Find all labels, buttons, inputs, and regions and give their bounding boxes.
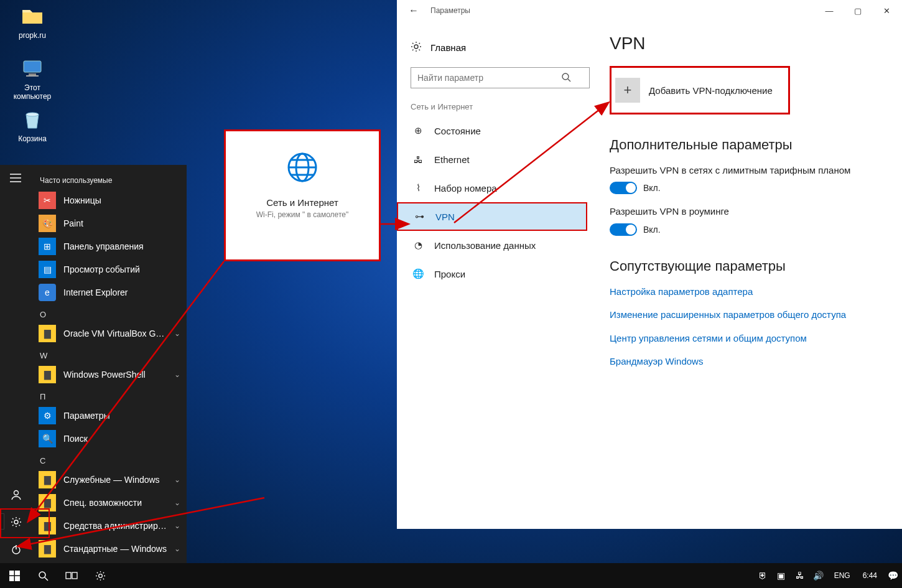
toggle-metered-state: Вкл. bbox=[643, 183, 661, 193]
settings-tooltip: Параметры bbox=[0, 513, 4, 530]
nav-proxy[interactable]: 🌐 Прокси bbox=[411, 259, 603, 288]
start-item-settings[interactable]: ⚙ Параметры bbox=[32, 404, 187, 427]
add-vpn-button[interactable]: + Добавить VPN-подключение bbox=[615, 78, 782, 103]
palette-icon: 🎨 bbox=[39, 215, 56, 232]
rail-user-button[interactable] bbox=[0, 481, 32, 508]
link-firewall[interactable]: Брандмауэр Windows bbox=[610, 355, 883, 368]
svg-point-4 bbox=[14, 491, 19, 495]
search-icon: 🔍 bbox=[39, 430, 56, 447]
desktop-icon-recyclebin[interactable]: Корзина bbox=[7, 107, 57, 143]
sidebar-home-label: Главная bbox=[430, 42, 466, 53]
start-app-list[interactable]: Часто используемые ✂ Ножницы 🎨 Paint ⊞ П… bbox=[32, 165, 187, 563]
option-roaming-label: Разрешить VPN в роуминге bbox=[610, 205, 883, 218]
close-button[interactable]: ✕ bbox=[872, 0, 901, 21]
tray-defender-icon[interactable]: ⛨ bbox=[756, 563, 769, 588]
start-letter-p[interactable]: П bbox=[32, 386, 187, 404]
back-button[interactable]: ← bbox=[406, 5, 422, 16]
tray-network-icon[interactable]: 🖧 bbox=[793, 563, 807, 588]
desktop-icon-label: Корзина bbox=[7, 134, 57, 143]
callout-network-tile[interactable]: Сеть и Интернет Wi-Fi, режим " в самолет… bbox=[224, 129, 381, 261]
page-title: VPN bbox=[610, 34, 883, 54]
taskbar-search-button[interactable] bbox=[29, 563, 57, 588]
tray-volume-icon[interactable]: 🔊 bbox=[812, 563, 825, 588]
toggle-metered[interactable] bbox=[610, 182, 637, 194]
nav-ethernet[interactable]: 🖧 Ethernet bbox=[411, 145, 603, 174]
recycle-bin-icon bbox=[20, 107, 45, 132]
start-item-oracle[interactable]: ▇ Oracle VM VirtualBox Guest A... ⌄ bbox=[32, 322, 187, 345]
start-letter-w[interactable]: W bbox=[32, 345, 187, 363]
ie-icon: e bbox=[39, 284, 56, 301]
start-letter-s[interactable]: С bbox=[32, 450, 187, 468]
toggle-roaming[interactable] bbox=[610, 223, 637, 236]
start-item-search[interactable]: 🔍 Поиск bbox=[32, 427, 187, 450]
tray-vbox-icon[interactable]: ▣ bbox=[774, 563, 788, 588]
start-item-ie[interactable]: e Internet Explorer bbox=[32, 281, 187, 304]
start-letter-o[interactable]: O bbox=[32, 304, 187, 322]
desktop-icon-thispc[interactable]: Этот компьютер bbox=[7, 56, 57, 101]
scissors-icon: ✂ bbox=[39, 192, 56, 209]
svg-rect-18 bbox=[15, 576, 20, 581]
tray-language[interactable]: ENG bbox=[830, 571, 854, 580]
start-button[interactable] bbox=[0, 563, 29, 588]
titlebar: ← Параметры — ▢ ✕ bbox=[397, 0, 902, 21]
svg-point-10 bbox=[562, 73, 569, 80]
advanced-heading: Дополнительные параметры bbox=[610, 137, 883, 153]
svg-point-19 bbox=[39, 572, 45, 578]
rail-power-button[interactable] bbox=[0, 536, 32, 563]
start-item-controlpanel[interactable]: ⊞ Панель управления bbox=[32, 235, 187, 258]
start-item-services[interactable]: ▇ Служебные — Windows ⌄ bbox=[32, 468, 187, 491]
gear-icon: ⚙ bbox=[39, 407, 56, 424]
desktop-icon-label: propk.ru bbox=[7, 31, 57, 40]
nav-datausage[interactable]: ◔ Использование данных bbox=[411, 231, 603, 259]
start-item-standard[interactable]: ▇ Стандартные — Windows ⌄ bbox=[32, 537, 187, 560]
taskview-button[interactable] bbox=[57, 563, 86, 588]
link-networkcenter[interactable]: Центр управления сетями и общим доступом bbox=[610, 332, 883, 345]
globe-icon bbox=[285, 150, 320, 185]
option-metered-label: Разрешить VPN в сетях с лимитным тарифны… bbox=[610, 164, 883, 177]
svg-point-5 bbox=[14, 520, 18, 524]
folder-icon bbox=[20, 4, 45, 29]
start-menu: Параметры Часто используемые ✂ Ножницы 🎨… bbox=[0, 165, 187, 563]
nav-status[interactable]: ⊕ Состояние bbox=[411, 116, 603, 145]
nav-vpn[interactable]: ⊶ VPN bbox=[397, 202, 587, 231]
rail-expand-button[interactable] bbox=[0, 165, 32, 194]
status-icon: ⊕ bbox=[412, 125, 424, 136]
start-item-snipping[interactable]: ✂ Ножницы bbox=[32, 189, 187, 212]
settings-sidebar: Главная Сеть и Интернет ⊕ Состояние 🖧 Et… bbox=[397, 34, 603, 368]
window-title: Параметры bbox=[430, 6, 815, 15]
desktop-icon-propk[interactable]: propk.ru bbox=[7, 4, 57, 40]
vpn-icon: ⊶ bbox=[413, 211, 425, 222]
start-item-powershell[interactable]: ▇ Windows PowerShell ⌄ bbox=[32, 363, 187, 386]
start-item-eventviewer[interactable]: ▤ Просмотр событий bbox=[32, 258, 187, 281]
start-item-accessibility[interactable]: ▇ Спец. возможности ⌄ bbox=[32, 491, 187, 514]
settings-window: ← Параметры — ▢ ✕ Главная Сеть и Интерне… bbox=[397, 0, 902, 529]
settings-search bbox=[411, 67, 603, 88]
chevron-down-icon: ⌄ bbox=[174, 498, 180, 507]
link-adapter[interactable]: Настройка параметров адаптера bbox=[610, 286, 883, 298]
svg-point-3 bbox=[26, 113, 39, 116]
start-item-admintools[interactable]: ▇ Средства администрировани... ⌄ bbox=[32, 514, 187, 537]
nav-dialup[interactable]: ⌇ Набор номера bbox=[411, 174, 603, 202]
svg-point-9 bbox=[414, 45, 418, 49]
link-sharing[interactable]: Изменение расширенных параметров общего … bbox=[610, 309, 883, 321]
chevron-down-icon: ⌄ bbox=[174, 521, 180, 530]
svg-rect-17 bbox=[9, 576, 14, 581]
minimize-button[interactable]: — bbox=[815, 0, 844, 21]
taskbar-settings-button[interactable] bbox=[86, 563, 114, 588]
datausage-icon: ◔ bbox=[412, 240, 424, 251]
maximize-button[interactable]: ▢ bbox=[844, 0, 872, 21]
folder-icon: ▇ bbox=[39, 366, 56, 383]
toggle-roaming-state: Вкл. bbox=[643, 225, 661, 235]
start-item-paint[interactable]: 🎨 Paint bbox=[32, 212, 187, 235]
sidebar-home[interactable]: Главная bbox=[411, 34, 603, 61]
svg-rect-2 bbox=[26, 75, 39, 77]
tray-actioncenter-icon[interactable]: 💬 bbox=[886, 563, 900, 588]
plus-icon: + bbox=[615, 78, 640, 103]
start-heading: Часто используемые bbox=[32, 170, 187, 189]
tray-clock[interactable]: 6:44 bbox=[859, 571, 881, 580]
callout-title: Сеть и Интернет bbox=[226, 197, 379, 208]
svg-rect-1 bbox=[29, 73, 36, 75]
rail-settings-button[interactable]: Параметры bbox=[0, 508, 32, 536]
chevron-down-icon: ⌄ bbox=[174, 475, 180, 484]
ethernet-icon: 🖧 bbox=[412, 154, 424, 165]
